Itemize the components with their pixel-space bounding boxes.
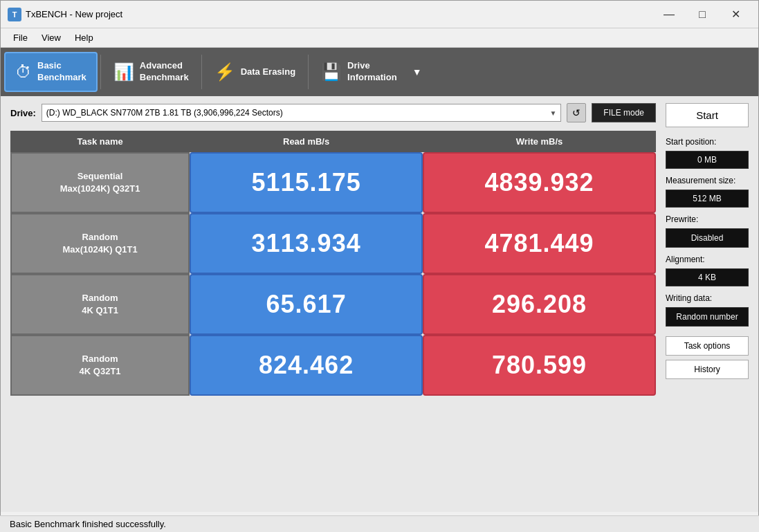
tab-erase-label: Data Erasing	[241, 66, 295, 78]
start-button[interactable]: Start	[666, 103, 749, 127]
window-title: TxBENCH - New project	[26, 9, 653, 19]
tab-drive-label: DriveInformation	[347, 60, 397, 84]
menu-help[interactable]: Help	[68, 30, 100, 46]
write-value-cell: 4839.932	[423, 152, 656, 213]
close-button[interactable]: ✕	[720, 4, 751, 25]
tab-basic-label: BasicBenchmark	[37, 60, 86, 84]
read-value: 5115.175	[252, 168, 361, 196]
write-value-cell: 296.208	[423, 274, 656, 335]
drive-row: Drive: (D:) WD_BLACK SN770M 2TB 1.81 TB …	[10, 103, 656, 122]
alignment-value: 4 KB	[666, 268, 749, 286]
title-bar: T TxBENCH - New project — □ ✕	[1, 1, 758, 28]
drive-select-text: (D:) WD_BLACK SN770M 2TB 1.81 TB (3,906,…	[46, 108, 283, 118]
app-icon: T	[8, 8, 21, 21]
read-value-cell: 824.462	[190, 335, 423, 396]
write-value-cell: 780.599	[423, 335, 656, 396]
write-value: 296.208	[492, 290, 587, 318]
refresh-icon: ↺	[572, 107, 580, 118]
alignment-label: Alignment:	[666, 255, 749, 264]
erase-icon: ⚡	[214, 62, 235, 82]
task-name-cell: RandomMax(1024K) Q1T1	[10, 213, 190, 274]
table-row: RandomMax(1024K) Q1T13113.9344781.449	[10, 213, 656, 274]
status-text: Basic Benchmark finished successfully.	[10, 519, 166, 529]
toolbar-more-dropdown[interactable]: ▼	[407, 52, 428, 92]
window-controls: — □ ✕	[653, 4, 751, 25]
benchmark-table: Task name Read mB/s Write mB/s Sequentia…	[10, 131, 656, 396]
left-panel: Drive: (D:) WD_BLACK SN770M 2TB 1.81 TB …	[10, 103, 656, 505]
write-value-cell: 4781.449	[423, 213, 656, 274]
read-value-cell: 5115.175	[190, 152, 423, 213]
right-panel: Start Start position: 0 MB Measurement s…	[666, 103, 749, 505]
menu-view[interactable]: View	[35, 30, 68, 46]
menu-file[interactable]: File	[6, 30, 35, 46]
read-value-cell: 3113.934	[190, 213, 423, 274]
file-mode-button[interactable]: FILE mode	[592, 103, 656, 122]
col-header-write: Write mB/s	[423, 131, 656, 152]
chart-icon: 📊	[113, 62, 134, 82]
toolbar: ⏱ BasicBenchmark 📊 AdvancedBenchmark ⚡ D…	[1, 48, 758, 96]
tab-data-erasing[interactable]: ⚡ Data Erasing	[205, 52, 305, 92]
chevron-down-icon: ▼	[549, 109, 556, 117]
col-header-task: Task name	[10, 131, 190, 152]
measurement-size-label: Measurement size:	[666, 176, 749, 185]
read-value: 65.617	[266, 290, 347, 318]
col-header-read: Read mB/s	[190, 131, 423, 152]
drive-select[interactable]: (D:) WD_BLACK SN770M 2TB 1.81 TB (3,906,…	[42, 104, 561, 122]
table-row: Random4K Q32T1824.462780.599	[10, 335, 656, 396]
write-value: 4839.932	[484, 168, 594, 196]
status-bar: Basic Benchmark finished successfully.	[0, 515, 759, 532]
refresh-button[interactable]: ↺	[567, 103, 586, 122]
task-name-cell: Random4K Q1T1	[10, 274, 190, 335]
writing-data-label: Writing data:	[666, 293, 749, 303]
tab-advanced-label: AdvancedBenchmark	[140, 60, 189, 84]
table-row: Random4K Q1T165.617296.208	[10, 274, 656, 335]
clock-icon: ⏱	[15, 62, 32, 82]
prewrite-value[interactable]: Disabled	[666, 228, 749, 248]
task-name-cell: Random4K Q32T1	[10, 335, 190, 396]
read-value-cell: 65.617	[190, 274, 423, 335]
start-position-value: 0 MB	[666, 151, 749, 169]
tab-advanced-benchmark[interactable]: 📊 AdvancedBenchmark	[104, 52, 199, 92]
main-content: Drive: (D:) WD_BLACK SN770M 2TB 1.81 TB …	[1, 96, 758, 512]
menu-bar: File View Help	[1, 28, 758, 48]
table-row: SequentialMax(1024K) Q32T15115.1754839.9…	[10, 152, 656, 213]
write-value: 780.599	[492, 351, 587, 379]
read-value: 3113.934	[252, 229, 361, 257]
writing-data-value[interactable]: Random number	[666, 307, 749, 327]
drive-icon: 💾	[321, 62, 342, 82]
measurement-size-value: 512 MB	[666, 190, 749, 208]
tab-basic-benchmark[interactable]: ⏱ BasicBenchmark	[4, 52, 98, 92]
prewrite-label: Prewrite:	[666, 214, 749, 224]
start-position-label: Start position:	[666, 137, 749, 147]
toolbar-sep-2	[201, 55, 202, 89]
task-name-cell: SequentialMax(1024K) Q32T1	[10, 152, 190, 213]
task-options-button[interactable]: Task options	[666, 336, 749, 356]
write-value: 4781.449	[484, 229, 594, 257]
history-button[interactable]: History	[666, 360, 749, 379]
toolbar-sep-1	[100, 55, 101, 89]
minimize-button[interactable]: —	[653, 4, 685, 25]
drive-label: Drive:	[10, 108, 36, 118]
toolbar-sep-3	[308, 55, 309, 89]
maximize-button[interactable]: □	[686, 4, 718, 25]
tab-drive-information[interactable]: 💾 DriveInformation	[311, 52, 407, 92]
read-value: 824.462	[259, 351, 354, 379]
